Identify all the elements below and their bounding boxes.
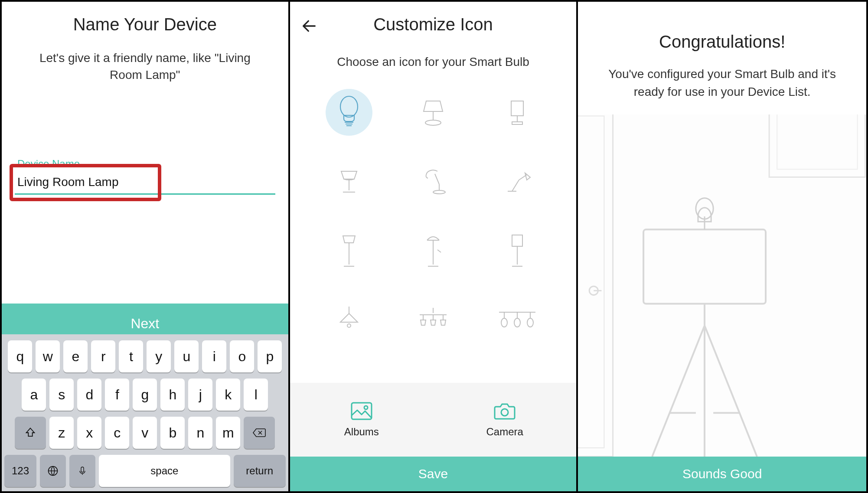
key-o[interactable]: o [230, 340, 254, 372]
key-m[interactable]: m [216, 417, 240, 449]
key-p[interactable]: p [258, 340, 282, 372]
mic-key[interactable] [69, 455, 95, 487]
key-y[interactable]: y [147, 340, 171, 372]
svg-point-4 [425, 120, 441, 125]
svg-point-14 [364, 406, 368, 409]
page-title: Customize Icon [290, 15, 577, 34]
svg-rect-5 [511, 101, 523, 116]
space-key[interactable]: space [99, 455, 230, 487]
camera-icon [493, 402, 516, 421]
save-button-label: Save [418, 467, 448, 481]
panel-congratulations: Congratulations! You've configured your … [578, 2, 866, 491]
key-z[interactable]: z [49, 417, 74, 449]
key-t[interactable]: t [119, 340, 143, 372]
key-e[interactable]: e [63, 340, 88, 372]
keyboard: qwertyuiop asdfghjkl zxcvbnm 123 space [2, 334, 288, 491]
icon-option-floor-lamp[interactable] [316, 225, 383, 277]
key-r[interactable]: r [91, 340, 115, 372]
room-illustration [578, 114, 866, 457]
photo-source-bar: Albums Camera [290, 383, 577, 457]
key-n[interactable]: n [188, 417, 212, 449]
key-h[interactable]: h [160, 379, 185, 411]
sounds-good-label: Sounds Good [682, 467, 762, 481]
icon-option-chandelier-triple[interactable] [400, 294, 467, 346]
key-k[interactable]: k [216, 379, 240, 411]
svg-rect-6 [512, 122, 522, 124]
key-i[interactable]: i [202, 340, 226, 372]
icon-option-table-lamp-classic[interactable] [316, 156, 383, 208]
key-a[interactable]: a [22, 379, 46, 411]
key-x[interactable]: x [77, 417, 101, 449]
svg-rect-16 [578, 114, 866, 457]
page-subtitle: Choose an icon for your Smart Bulb [290, 55, 577, 69]
key-g[interactable]: g [133, 379, 157, 411]
page-title: Congratulations! [578, 32, 866, 52]
key-q[interactable]: q [8, 340, 32, 372]
save-button[interactable]: Save [290, 457, 577, 491]
globe-key[interactable] [40, 455, 66, 487]
svg-rect-8 [512, 235, 522, 246]
svg-rect-1 [81, 467, 84, 472]
page-subtitle: You've configured your Smart Bulb and it… [595, 65, 849, 101]
key-j[interactable]: j [188, 379, 212, 411]
svg-point-9 [347, 324, 351, 327]
device-name-label: Device Name [15, 158, 275, 170]
key-c[interactable]: c [105, 417, 129, 449]
svg-rect-13 [352, 403, 372, 419]
albums-label: Albums [344, 426, 379, 438]
key-l[interactable]: l [244, 379, 268, 411]
icon-option-desk-lamp[interactable] [400, 156, 467, 208]
camera-button[interactable]: Camera [433, 383, 576, 457]
icon-option-floor-box-lamp[interactable] [484, 225, 551, 277]
key-u[interactable]: u [174, 340, 199, 372]
camera-label: Camera [486, 426, 523, 438]
device-name-field: Device Name [15, 158, 275, 195]
key-f[interactable]: f [105, 379, 129, 411]
svg-point-7 [433, 190, 445, 194]
icon-option-table-lamp-shade[interactable] [400, 86, 467, 138]
key-d[interactable]: d [77, 379, 101, 411]
key-b[interactable]: b [160, 417, 185, 449]
panel-name-device: Name Your Device Let's give it a friendl… [2, 2, 290, 491]
icon-option-box-lamp[interactable] [484, 86, 551, 138]
page-subtitle: Let's give it a friendly name, like "Liv… [28, 49, 262, 83]
panel-customize-icon: Customize Icon Choose an icon for your S… [290, 2, 578, 491]
page-title: Name Your Device [2, 15, 288, 34]
albums-icon [350, 402, 373, 421]
device-name-input[interactable] [15, 173, 275, 189]
sounds-good-button[interactable]: Sounds Good [578, 457, 866, 491]
svg-point-11 [514, 318, 520, 327]
icon-option-arm-lamp[interactable] [484, 156, 551, 208]
svg-point-12 [527, 318, 533, 327]
key-w[interactable]: w [36, 340, 60, 372]
svg-point-15 [501, 409, 508, 416]
icon-option-bulb[interactable] [316, 86, 383, 138]
icon-option-track-lights[interactable] [484, 294, 551, 346]
icon-option-pendant[interactable] [316, 294, 383, 346]
next-button-label: Next [131, 316, 159, 331]
return-key[interactable]: return [234, 455, 286, 487]
svg-point-10 [501, 318, 507, 327]
delete-key[interactable] [244, 417, 275, 449]
shift-key[interactable] [15, 417, 46, 449]
numbers-key[interactable]: 123 [4, 455, 36, 487]
icon-option-torchiere[interactable] [400, 225, 467, 277]
key-s[interactable]: s [49, 379, 74, 411]
key-v[interactable]: v [133, 417, 157, 449]
albums-button[interactable]: Albums [290, 383, 433, 457]
back-button[interactable] [300, 16, 319, 36]
